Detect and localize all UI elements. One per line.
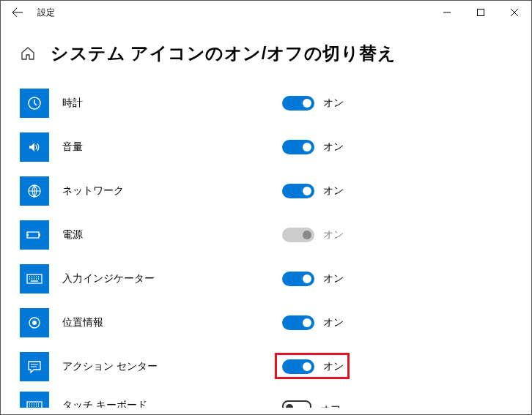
setting-row-power: 電源オン [20,213,517,257]
system-icons-list: 時計オン音量オンネットワークオン電源オン入力インジケーターオン位置情報オンアクシ… [1,81,531,408]
setting-label-volume: 音量 [62,141,282,154]
setting-row-location: 位置情報オン [20,301,517,345]
toggle-state-action: オン [323,360,344,373]
svg-rect-3 [27,232,39,238]
keyboard-icon [20,392,49,408]
setting-row-clock: 時計オン [20,81,517,125]
settings-scroll[interactable]: 時計オン音量オンネットワークオン電源オン入力インジケーターオン位置情報オンアクシ… [1,81,531,414]
svg-point-7 [32,321,37,325]
volume-icon [20,132,49,162]
keyboard-icon [20,264,49,294]
setting-label-network: ネットワーク [62,184,282,198]
toggle-volume[interactable] [282,140,314,154]
back-button[interactable] [1,1,34,24]
svg-rect-0 [478,10,484,16]
toggle-network[interactable] [282,184,314,198]
message-icon [20,352,49,381]
setting-label-touchkb: タッチ キーボード [62,392,282,408]
maximize-button[interactable] [464,1,498,24]
toggle-state-ime: オン [323,272,344,285]
toggle-state-clock: オン [323,97,344,110]
page-title: システム アイコンのオン/オフの切り替え [51,42,396,65]
titlebar: 設定 [1,1,531,24]
setting-label-action: アクション センター [62,360,282,373]
toggle-state-network: オン [323,184,344,198]
window-title: 設定 [34,7,55,19]
setting-row-touchkb: タッチ キーボードオフ [20,392,517,408]
setting-row-ime: 入力インジケーターオン [20,257,517,301]
setting-label-location: 位置情報 [62,316,282,329]
battery-icon [20,220,49,250]
setting-row-network: ネットワークオン [20,169,517,213]
toggle-power [282,228,314,242]
setting-label-clock: 時計 [62,97,282,110]
home-button[interactable] [20,45,36,61]
toggle-state-volume: オン [323,141,344,154]
svg-rect-4 [39,233,40,236]
setting-label-ime: 入力インジケーター [62,272,282,285]
toggle-action[interactable] [282,359,314,374]
clock-icon [20,89,49,118]
toggle-clock[interactable] [282,96,314,111]
toggle-touchkb[interactable] [282,400,311,408]
svg-rect-8 [27,402,42,408]
toggle-location[interactable] [282,315,314,330]
page-header: システム アイコンのオン/オフの切り替え [1,24,531,80]
target-icon [20,308,49,337]
globe-icon [20,176,49,206]
close-button[interactable] [498,1,531,24]
toggle-state-power: オン [323,228,344,242]
setting-label-power: 電源 [62,228,282,242]
minimize-button[interactable] [430,1,464,24]
toggle-ime[interactable] [282,272,314,286]
toggle-state-location: オン [323,316,344,329]
setting-row-volume: 音量オン [20,125,517,169]
toggle-state-touchkb: オフ [320,396,341,408]
setting-row-action: アクション センターオン [20,345,517,389]
